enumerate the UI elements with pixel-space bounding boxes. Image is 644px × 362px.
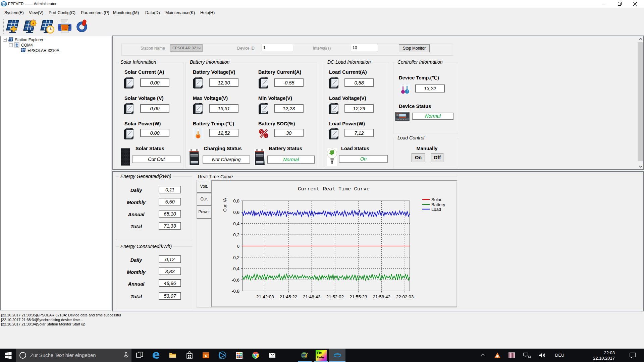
- svg-text:21:42:03: 21:42:03: [256, 294, 274, 299]
- svg-text:21:52:02: 21:52:02: [326, 294, 344, 299]
- svg-text:Battery: Battery: [431, 202, 445, 207]
- svg-text:0: 0: [237, 244, 239, 249]
- svg-text:21:55:23: 21:55:23: [350, 294, 367, 299]
- svg-text:BUS: BUS: [2, 3, 6, 5]
- svg-text:0,8: 0,8: [233, 198, 239, 203]
- svg-text:-0,2: -0,2: [232, 255, 239, 260]
- svg-text:21:48:43: 21:48:43: [303, 294, 321, 299]
- svg-text:0,2: 0,2: [233, 232, 239, 237]
- svg-text:Current Real Time Curve: Current Real Time Curve: [298, 186, 370, 192]
- svg-text:21:45:22: 21:45:22: [280, 294, 298, 299]
- svg-text:-0,8: -0,8: [232, 289, 239, 294]
- svg-text:22:02:03: 22:02:03: [396, 294, 414, 299]
- svg-text:Cur. /A: Cur. /A: [222, 198, 227, 212]
- svg-text:21:58:42: 21:58:42: [373, 294, 390, 299]
- svg-text:Solar: Solar: [431, 197, 442, 202]
- svg-text:-0,6: -0,6: [232, 278, 239, 283]
- svg-text:Load: Load: [431, 207, 441, 212]
- svg-text:0,6: 0,6: [233, 210, 239, 215]
- svg-text:-0,4: -0,4: [232, 266, 240, 271]
- svg-text:0,4: 0,4: [233, 221, 239, 226]
